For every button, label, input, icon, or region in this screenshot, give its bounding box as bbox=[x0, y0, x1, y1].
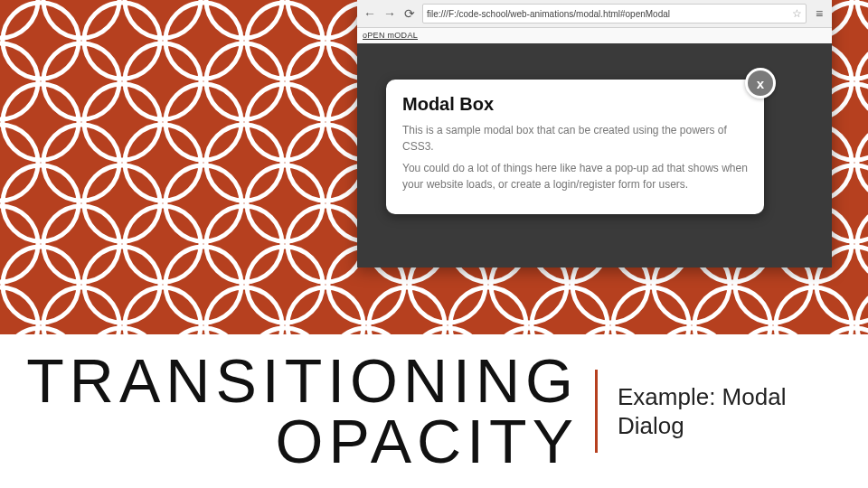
title-line-2: OPACITY bbox=[0, 411, 579, 472]
modal-paragraph-1: This is a sample modal box that can be c… bbox=[402, 122, 748, 155]
address-bar[interactable]: file:///F:/code-school/web-animations/mo… bbox=[422, 4, 807, 23]
address-bar-url: file:///F:/code-school/web-animations/mo… bbox=[427, 9, 670, 19]
forward-icon[interactable]: → bbox=[382, 6, 397, 21]
slide: ← → ⟳ file:///F:/code-school/web-animati… bbox=[0, 0, 868, 488]
embedded-browser-screenshot: ← → ⟳ file:///F:/code-school/web-animati… bbox=[357, 0, 832, 267]
subtitle-line-1: Example: Modal bbox=[618, 382, 868, 412]
browser-toolbar: ← → ⟳ file:///F:/code-school/web-animati… bbox=[357, 0, 832, 28]
slide-title-row: TRANSITIONING OPACITY Example: Modal Dia… bbox=[0, 334, 868, 488]
hamburger-menu-icon[interactable]: ≡ bbox=[812, 6, 826, 21]
slide-main-title: TRANSITIONING OPACITY bbox=[0, 351, 595, 471]
modal-paragraph-2: You could do a lot of things here like h… bbox=[402, 160, 748, 192]
title-line-1: TRANSITIONING bbox=[0, 351, 579, 411]
back-icon[interactable]: ← bbox=[363, 6, 377, 21]
close-icon[interactable]: x bbox=[745, 68, 776, 99]
subtitle-line-2: Dialog bbox=[618, 411, 868, 441]
modal-dialog: x Modal Box This is a sample modal box t… bbox=[386, 80, 764, 214]
modal-heading: Modal Box bbox=[402, 94, 748, 115]
slide-subtitle: Example: Modal Dialog bbox=[598, 382, 868, 441]
bookmark-star-icon[interactable]: ☆ bbox=[792, 7, 802, 20]
open-modal-link[interactable]: oPEN mODAL bbox=[363, 31, 418, 40]
reload-icon[interactable]: ⟳ bbox=[402, 6, 417, 21]
